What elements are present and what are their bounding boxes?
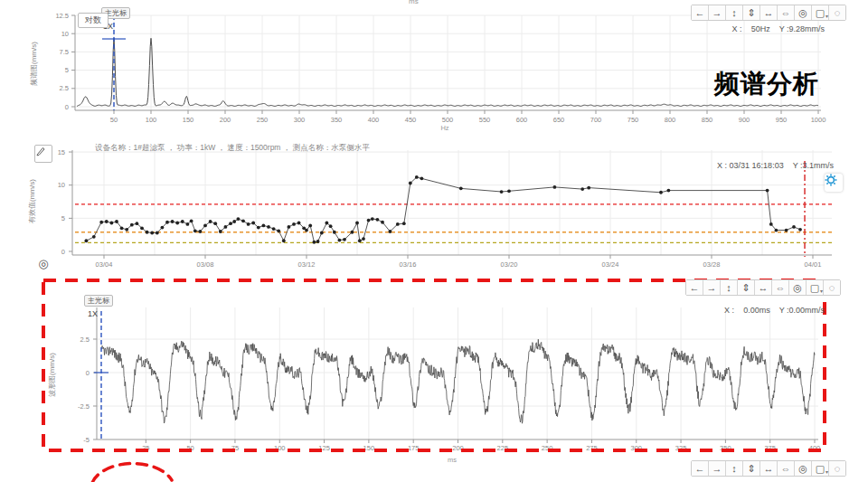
zoom-y-icon: ⇕ [741, 282, 750, 294]
pan-left-button[interactable]: ← [686, 280, 703, 295]
spectrum-toolbar: ←→↕⇕↔⇔◎▢▾◌ [691, 5, 846, 21]
log-scale-button[interactable]: 对数 [78, 13, 108, 28]
svg-text:450: 450 [405, 116, 417, 124]
wave-readout-y: Y :0.00mm/s [779, 306, 825, 315]
svg-text:50: 50 [110, 116, 118, 124]
autoscale-x-icon: ↔ [759, 282, 769, 293]
zoom-x-button[interactable]: ⇔ [778, 461, 795, 476]
zoom-y-icon: ⇕ [747, 463, 755, 475]
waveform-section: 2.50-2.5-5255075100125150175200225250275… [0, 275, 868, 482]
reset-view-button[interactable]: ◎ [789, 280, 807, 295]
autoscale-y-button[interactable]: ↕ [726, 5, 743, 20]
reset-view-button[interactable]: ◎ [795, 5, 812, 20]
svg-text:650: 650 [553, 116, 565, 124]
trend-plot[interactable]: 05101503/0403/0803/1203/1603/2003/2403/2… [0, 137, 868, 275]
svg-text:03/20: 03/20 [501, 260, 518, 269]
svg-text:200: 200 [220, 116, 231, 124]
wave-main-cursor-flag[interactable]: 主光标 [84, 295, 113, 307]
spectrum-y-axis-label: 频谱图(mm/s) [29, 42, 39, 86]
autoscale-y-icon: ↕ [731, 7, 737, 18]
wave-main-cursor-label: 主光标 [88, 297, 109, 305]
svg-text:100: 100 [146, 116, 157, 124]
svg-text:15: 15 [58, 148, 65, 156]
caret-icon: ▾ [826, 13, 828, 19]
page-title: 频谱分析 [714, 67, 819, 101]
spectrum-section: 02.557.51012.550100150200250300350400450… [0, 0, 868, 137]
svg-text:850: 850 [702, 116, 713, 124]
autoscale-y-icon: ↕ [731, 463, 737, 474]
vibration-analysis-app: ms 02.557.51012.550100150200250300350400… [0, 0, 868, 482]
red-circle-annotation [81, 456, 181, 482]
settings-icon: ◌ [835, 7, 841, 18]
svg-text:03/24: 03/24 [602, 260, 619, 269]
svg-text:0: 0 [86, 369, 90, 377]
svg-text:-5: -5 [83, 436, 90, 444]
trend-settings-button[interactable] [825, 174, 843, 192]
pan-right-button[interactable]: → [703, 280, 721, 295]
zoom-y-button[interactable]: ⇕ [738, 280, 755, 295]
box-zoom-icon: ▢ [816, 463, 825, 475]
waveform-cursor-readout: X :0.00msY :0.00mm/s [715, 306, 825, 315]
spectrum-cursor-readout: X :50HzY :9.28mm/s [723, 24, 825, 33]
svg-text:12.5: 12.5 [55, 12, 69, 20]
svg-text:5: 5 [65, 66, 69, 74]
edit-button[interactable] [34, 145, 52, 163]
pan-left-icon: ← [695, 463, 705, 474]
caret-icon: ▾ [820, 288, 823, 294]
svg-text:10: 10 [58, 181, 65, 189]
settings-button[interactable]: ◌ [829, 461, 845, 476]
autoscale-x-button[interactable]: ↔ [760, 461, 778, 476]
svg-text:950: 950 [776, 116, 788, 124]
box-zoom-button[interactable]: ▢▾ [812, 5, 829, 20]
svg-text:03/16: 03/16 [400, 260, 417, 269]
svg-text:-2.5: -2.5 [78, 402, 90, 411]
svg-text:150: 150 [183, 116, 194, 124]
readout-x-label: X : [732, 24, 742, 33]
pan-right-button[interactable]: → [709, 5, 726, 20]
pan-left-icon: ← [695, 7, 705, 18]
svg-text:800: 800 [665, 116, 676, 124]
waveform-y-axis-label: 波形图(mm/s) [47, 353, 57, 397]
reset-view-button[interactable]: ◎ [795, 461, 812, 476]
svg-text:04/01: 04/01 [805, 260, 822, 269]
svg-text:350: 350 [331, 116, 343, 124]
pan-left-button[interactable]: ← [692, 461, 709, 476]
svg-text:0: 0 [61, 248, 65, 256]
autoscale-y-icon: ↕ [726, 282, 731, 293]
svg-text:900: 900 [739, 116, 750, 124]
box-zoom-button[interactable]: ▢▾ [807, 280, 824, 295]
autoscale-x-button[interactable]: ↔ [760, 5, 778, 20]
box-zoom-button[interactable]: ▢▾ [812, 461, 829, 476]
pencil-icon [35, 146, 46, 156]
autoscale-x-button[interactable]: ↔ [755, 280, 772, 295]
reset-view-icon: ◎ [798, 463, 807, 475]
waveform-toolbar: ←→↕⇕↔⇔◎▢▾◌ [685, 279, 841, 296]
settings-button[interactable]: ◌ [824, 280, 840, 295]
autoscale-y-button[interactable]: ↕ [721, 280, 738, 295]
svg-text:250: 250 [257, 116, 269, 124]
settings-button[interactable]: ◌ [829, 5, 845, 20]
zoom-x-button[interactable]: ⇔ [772, 280, 789, 295]
pan-left-button[interactable]: ← [692, 5, 709, 20]
zoom-y-button[interactable]: ⇕ [743, 461, 760, 476]
settings-icon: ◌ [829, 282, 835, 293]
zoom-x-icon: ⇔ [781, 463, 791, 474]
svg-text:750: 750 [627, 116, 639, 124]
zoom-x-button[interactable]: ⇔ [778, 5, 795, 20]
autoscale-y-button[interactable]: ↕ [726, 461, 743, 476]
pan-right-button[interactable]: → [709, 461, 726, 476]
zoom-x-icon: ⇔ [776, 282, 786, 293]
zoom-x-icon: ⇔ [781, 7, 791, 18]
svg-text:400: 400 [368, 116, 380, 124]
target-icon: ◎ [38, 257, 48, 270]
wave-harmonic-1x-label: 1X [88, 309, 98, 318]
caret-icon: ▾ [826, 468, 828, 475]
measurement-info-header: 设备名称：1#超滤泵 ， 功率：1kW ， 速度：1500rpm ， 测点名称：… [95, 143, 370, 154]
zoom-y-button[interactable]: ⇕ [743, 5, 760, 20]
svg-text:10: 10 [61, 30, 69, 38]
svg-text:175: 175 [408, 444, 420, 452]
trend-target-button[interactable]: ◎ [36, 256, 51, 270]
pan-right-icon: → [712, 7, 722, 18]
svg-text:600: 600 [516, 116, 528, 124]
box-zoom-icon: ▢ [810, 282, 819, 294]
